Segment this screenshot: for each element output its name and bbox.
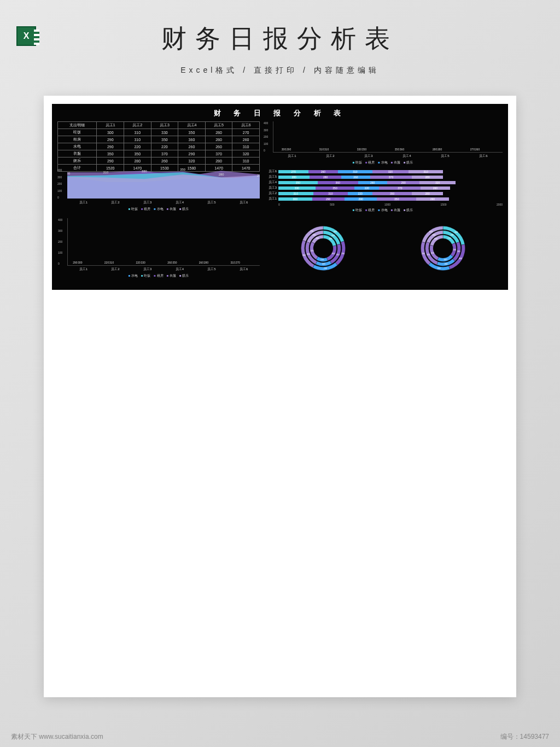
expense-table: 支出明细员工1员工2员工3员工4员工5员工6吃饭3003103303502802… — [57, 121, 260, 172]
grouped-bar-top: 0100200300400 30029031031033035035036028… — [263, 121, 503, 165]
stacked-hbar: 员工6270260310320310员工5280280260370280员工43… — [263, 168, 503, 215]
svg-text:290: 290 — [422, 253, 425, 255]
page-title: 财务日报分析表 — [0, 22, 560, 56]
svg-text:360: 360 — [459, 258, 462, 260]
area-chart: 0100200300400 300310330350280270 员工1员工2员… — [57, 168, 260, 215]
svg-text:270: 270 — [447, 237, 451, 240]
svg-text:280: 280 — [312, 234, 316, 236]
svg-text:300: 300 — [67, 172, 71, 175]
svg-text:350: 350 — [306, 253, 310, 255]
page-subtitle: Excel格式 / 直接打印 / 内容随意编辑 — [0, 66, 560, 75]
footer-left: 素材天下 www.sucaitianxia.com — [11, 732, 103, 742]
svg-text:260: 260 — [437, 267, 440, 270]
svg-text:320: 320 — [430, 252, 434, 254]
svg-text:370: 370 — [427, 254, 430, 256]
svg-text:370: 370 — [310, 250, 313, 252]
sunburst-charts: 3002902903502903103102203502803303502203… — [263, 218, 503, 278]
svg-text:260: 260 — [316, 237, 319, 240]
svg-text:330: 330 — [329, 238, 332, 240]
svg-text:280: 280 — [432, 234, 435, 236]
svg-text:290: 290 — [323, 267, 326, 270]
svg-text:330: 330 — [142, 170, 147, 173]
svg-text:280: 280 — [219, 173, 224, 176]
svg-text:220: 220 — [322, 263, 325, 265]
svg-text:310: 310 — [331, 235, 334, 237]
svg-text:220: 220 — [320, 259, 323, 261]
footer-credit: 素材天下 www.sucaitianxia.com 编号：14593477 — [11, 732, 549, 742]
svg-text:280: 280 — [457, 250, 460, 253]
svg-text:310: 310 — [336, 254, 339, 256]
svg-text:350: 350 — [454, 231, 457, 234]
dashboard-title: 财 务 日 报 分 析 表 — [57, 108, 503, 118]
svg-text:290: 290 — [341, 253, 345, 255]
sunburst-right: 3503602602903202802802603702802702603103… — [418, 224, 468, 273]
svg-text:320: 320 — [429, 231, 432, 233]
footer-right: 编号：14593477 — [500, 732, 549, 742]
header: 财务日报分析表 Excel格式 / 直接打印 / 内容随意编辑 — [0, 22, 560, 75]
svg-text:270: 270 — [257, 174, 260, 177]
document-page: 财 务 日 报 分 析 表 支出明细员工1员工2员工3员工4员工5员工6吃饭30… — [44, 96, 516, 697]
svg-text:350: 350 — [331, 253, 335, 255]
svg-text:310: 310 — [434, 238, 437, 240]
svg-text:350: 350 — [180, 168, 185, 171]
grouped-bar-bottom: 0100200300400 29030022031022033026035026… — [57, 218, 260, 278]
sunburst-left: 3002902903502903103102203502803303502203… — [299, 224, 348, 273]
svg-text:290: 290 — [310, 230, 313, 232]
svg-text:310: 310 — [103, 171, 109, 174]
svg-text:280: 280 — [450, 234, 453, 236]
svg-text:260: 260 — [444, 263, 447, 265]
svg-text:350: 350 — [302, 254, 305, 256]
svg-text:310: 310 — [444, 259, 447, 261]
svg-text:260: 260 — [452, 249, 456, 251]
dashboard: 财 务 日 报 分 析 表 支出明细员工1员工2员工3员工4员工5员工6吃饭30… — [52, 104, 508, 290]
data-table-box: 支出明细员工1员工2员工3员工4员工5员工6吃饭3003103303502802… — [57, 121, 260, 165]
svg-text:300: 300 — [333, 231, 336, 233]
